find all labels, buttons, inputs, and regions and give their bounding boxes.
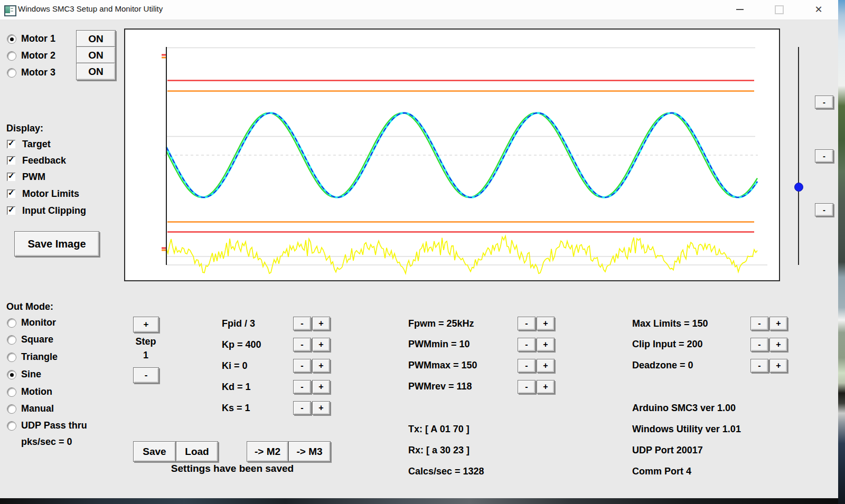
out-mode-manual-radio[interactable] xyxy=(7,404,16,414)
pwmmax-value: PWMmax = 150 xyxy=(408,359,477,371)
target-checkbox[interactable]: ✓ xyxy=(7,140,15,148)
ks-plus-button[interactable]: + xyxy=(312,401,330,415)
minimize-icon xyxy=(736,9,744,10)
kp-minus-button[interactable]: - xyxy=(293,338,311,351)
motor-limits-checkbox-label: Motor Limits xyxy=(22,188,79,199)
maximize-button[interactable] xyxy=(771,3,787,16)
motor1-radio[interactable] xyxy=(7,34,16,44)
ki-minus-button[interactable]: - xyxy=(293,359,311,373)
pks-per-sec-value: pks/sec = 0 xyxy=(21,436,72,448)
out-mode-square-radio[interactable] xyxy=(7,335,16,345)
fpwm-plus-button[interactable]: + xyxy=(537,317,555,330)
pwmmin-plus-button[interactable]: + xyxy=(537,338,555,351)
slider-top-minus-button[interactable]: - xyxy=(815,96,833,109)
pwmmax-plus-button[interactable]: + xyxy=(537,359,555,373)
out-mode-sine-radio[interactable] xyxy=(7,370,16,379)
clip-input-minus-button[interactable]: - xyxy=(750,338,768,351)
input-clipping-checkbox-label: Input Clipping xyxy=(22,205,86,216)
deadzone-minus-button[interactable]: - xyxy=(750,359,768,373)
slider-bottom-minus-button[interactable]: - xyxy=(815,203,833,216)
motor2-on-button[interactable]: ON xyxy=(76,46,116,64)
udp-port-label: UDP Port 20017 xyxy=(632,444,703,456)
kd-minus-button[interactable]: - xyxy=(293,380,311,394)
manual-slider-track[interactable] xyxy=(798,47,799,265)
comm-port-label: Comm Port 4 xyxy=(632,465,691,477)
scope-traces xyxy=(125,30,779,280)
slider-mid-minus-button[interactable]: - xyxy=(815,149,833,163)
window-title: Windows SMC3 Setup and Monitor Utility xyxy=(18,4,163,13)
out-mode-motion-radio[interactable] xyxy=(7,387,16,397)
close-icon: ✕ xyxy=(814,5,822,14)
fpid-plus-button[interactable]: + xyxy=(312,317,330,330)
clip-input-value: Clip Input = 200 xyxy=(632,338,703,350)
deadzone-plus-button[interactable]: + xyxy=(769,359,787,373)
check-icon: ✓ xyxy=(8,138,15,148)
pwmrev-minus-button[interactable]: - xyxy=(518,380,536,394)
input-clipping-checkbox[interactable]: ✓ xyxy=(7,206,15,215)
maximize-icon xyxy=(775,5,784,14)
settings-status-text: Settings have been saved xyxy=(143,463,322,474)
max-limits-plus-button[interactable]: + xyxy=(769,317,787,330)
check-icon: ✓ xyxy=(8,171,15,180)
motor2-label: Motor 2 xyxy=(21,50,55,61)
save-image-button[interactable]: Save Image xyxy=(14,231,99,256)
minimize-button[interactable] xyxy=(732,3,748,16)
load-button[interactable]: Load xyxy=(176,441,218,462)
save-button[interactable]: Save xyxy=(133,441,176,462)
out-mode-triangle-radio[interactable] xyxy=(7,353,16,362)
title-bar: Windows SMC3 Setup and Monitor Utility ✕ xyxy=(0,0,838,20)
kd-value: Kd = 1 xyxy=(222,381,251,393)
rx-value: Rx: [ a 30 23 ] xyxy=(408,444,470,456)
step-value: 1 xyxy=(130,349,162,361)
desktop-wallpaper-strip xyxy=(838,0,845,504)
pwmrev-plus-button[interactable]: + xyxy=(537,380,555,394)
pwmmin-value: PWMmin = 10 xyxy=(408,338,470,350)
motor3-radio[interactable] xyxy=(7,68,16,78)
out-mode-udp-label: UDP Pass thru xyxy=(21,420,87,431)
motor3-on-button[interactable]: ON xyxy=(76,63,116,80)
feedback-checkbox-label: Feedback xyxy=(22,155,66,166)
step-plus-button[interactable]: + xyxy=(133,317,159,332)
ki-plus-button[interactable]: + xyxy=(312,359,330,373)
kp-plus-button[interactable]: + xyxy=(312,338,330,351)
fpid-minus-button[interactable]: - xyxy=(293,317,311,330)
copy-to-m2-button[interactable]: -> M2 xyxy=(247,441,288,462)
out-mode-monitor-label: Monitor xyxy=(21,317,56,328)
clip-input-plus-button[interactable]: + xyxy=(769,338,787,351)
taskbar-strip xyxy=(0,498,838,504)
close-button[interactable]: ✕ xyxy=(811,3,827,16)
manual-slider-thumb[interactable] xyxy=(794,183,803,192)
kd-plus-button[interactable]: + xyxy=(312,380,330,394)
max-limits-minus-button[interactable]: - xyxy=(750,317,768,330)
out-mode-monitor-radio[interactable] xyxy=(7,318,16,328)
windows-utility-version-label: Windows Utility ver 1.01 xyxy=(632,423,741,435)
pwmmax-minus-button[interactable]: - xyxy=(518,359,536,373)
copy-to-m3-button[interactable]: -> M3 xyxy=(288,441,331,462)
pwm-checkbox-label: PWM xyxy=(22,171,45,183)
ki-value: Ki = 0 xyxy=(222,360,248,372)
step-minus-button[interactable]: - xyxy=(133,367,159,383)
target-checkbox-label: Target xyxy=(22,138,51,150)
app-icon xyxy=(4,5,16,16)
pwmmin-minus-button[interactable]: - xyxy=(518,338,536,351)
kp-value: Kp = 400 xyxy=(222,339,261,350)
ks-minus-button[interactable]: - xyxy=(293,401,311,415)
out-mode-udp-radio[interactable] xyxy=(7,421,16,431)
fpwm-minus-button[interactable]: - xyxy=(518,317,536,330)
motor2-radio[interactable] xyxy=(7,51,16,61)
motor-limits-checkbox[interactable]: ✓ xyxy=(7,189,15,198)
feedback-checkbox[interactable]: ✓ xyxy=(7,156,15,165)
out-mode-section-label: Out Mode: xyxy=(6,301,53,312)
check-icon: ✓ xyxy=(8,205,15,214)
motor1-on-button[interactable]: ON xyxy=(76,30,116,47)
display-section-label: Display: xyxy=(6,122,43,134)
out-mode-sine-label: Sine xyxy=(21,368,41,380)
pwm-checkbox[interactable]: ✓ xyxy=(7,173,15,181)
step-label: Step xyxy=(130,336,162,347)
out-mode-motion-label: Motion xyxy=(21,386,52,397)
out-mode-triangle-label: Triangle xyxy=(21,351,58,363)
out-mode-square-label: Square xyxy=(21,334,53,345)
fpwm-value: Fpwm = 25kHz xyxy=(408,318,474,329)
calcs-per-sec-value: Calcs/sec = 1328 xyxy=(408,465,484,477)
check-icon: ✓ xyxy=(8,155,15,164)
